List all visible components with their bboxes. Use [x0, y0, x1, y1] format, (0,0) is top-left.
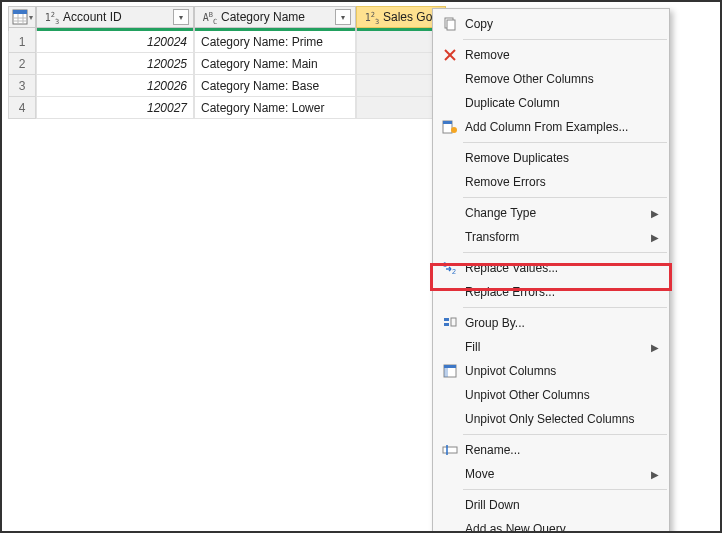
svg-rect-21 [443, 447, 457, 453]
column-header-account-id[interactable]: 123 Account ID ▾ [36, 6, 194, 28]
menu-label: Remove [461, 48, 659, 62]
menu-label: Unpivot Columns [461, 364, 659, 378]
menu-remove-other-columns[interactable]: Remove Other Columns [433, 67, 669, 91]
menu-label: Unpivot Other Columns [461, 388, 659, 402]
svg-rect-16 [444, 323, 449, 326]
svg-point-12 [451, 127, 457, 133]
column-label: Account ID [63, 10, 173, 24]
menu-separator [463, 142, 667, 143]
menu-label: Copy [461, 17, 659, 31]
menu-label: Move [461, 467, 651, 481]
menu-separator [463, 434, 667, 435]
menu-replace-values[interactable]: 12 Replace Values... [433, 256, 669, 280]
menu-label: Drill Down [461, 498, 659, 512]
menu-label: Rename... [461, 443, 659, 457]
menu-label: Add Column From Examples... [461, 120, 659, 134]
menu-remove-errors[interactable]: Remove Errors [433, 170, 669, 194]
column-context-menu: Copy Remove Remove Other Columns Duplica… [432, 8, 670, 533]
menu-label: Remove Errors [461, 175, 659, 189]
add-column-examples-icon [439, 119, 461, 135]
menu-label: Remove Other Columns [461, 72, 659, 86]
svg-rect-1 [13, 10, 27, 14]
svg-rect-15 [444, 318, 449, 321]
cell-account-id[interactable]: 120026 [36, 75, 194, 97]
cell-category-name[interactable]: Category Name: Lower [194, 97, 356, 119]
menu-transform[interactable]: Transform ▶ [433, 225, 669, 249]
menu-separator [463, 39, 667, 40]
cell-account-id[interactable]: 120025 [36, 53, 194, 75]
submenu-arrow-icon: ▶ [651, 232, 659, 243]
menu-label: Unpivot Only Selected Columns [461, 412, 659, 426]
menu-rename[interactable]: Rename... [433, 438, 669, 462]
submenu-arrow-icon: ▶ [651, 342, 659, 353]
row-number[interactable]: 3 [8, 75, 36, 97]
cell-category-name[interactable]: Category Name: Prime [194, 31, 356, 53]
cell-account-id[interactable]: 120027 [36, 97, 194, 119]
menu-label: Change Type [461, 206, 651, 220]
menu-unpivot-columns[interactable]: Unpivot Columns [433, 359, 669, 383]
menu-label: Fill [461, 340, 651, 354]
replace-values-icon: 12 [439, 260, 461, 276]
menu-fill[interactable]: Fill ▶ [433, 335, 669, 359]
menu-label: Transform [461, 230, 651, 244]
copy-icon [439, 16, 461, 32]
submenu-arrow-icon: ▶ [651, 469, 659, 480]
menu-replace-errors[interactable]: Replace Errors... [433, 280, 669, 304]
menu-change-type[interactable]: Change Type ▶ [433, 201, 669, 225]
menu-label: Replace Errors... [461, 285, 659, 299]
row-number[interactable]: 2 [8, 53, 36, 75]
corner-cell[interactable]: ▾ [8, 6, 36, 28]
menu-duplicate-column[interactable]: Duplicate Column [433, 91, 669, 115]
int-type-icon: 123 [41, 12, 63, 23]
menu-remove-duplicates[interactable]: Remove Duplicates [433, 146, 669, 170]
menu-add-as-new-query[interactable]: Add as New Query [433, 517, 669, 533]
menu-label: Add as New Query [461, 522, 659, 533]
svg-text:2: 2 [452, 268, 456, 275]
menu-separator [463, 197, 667, 198]
cell-category-name[interactable]: Category Name: Main [194, 53, 356, 75]
svg-rect-17 [451, 318, 456, 326]
menu-separator [463, 307, 667, 308]
menu-unpivot-only-selected-columns[interactable]: Unpivot Only Selected Columns [433, 407, 669, 431]
rename-icon [439, 442, 461, 458]
column-header-category-name[interactable]: ABC Category Name ▾ [194, 6, 356, 28]
unpivot-icon [439, 363, 461, 379]
table-icon [12, 9, 28, 25]
row-number[interactable]: 1 [8, 31, 36, 53]
menu-drill-down[interactable]: Drill Down [433, 493, 669, 517]
group-by-icon [439, 315, 461, 331]
int-type-icon: 123 [361, 12, 383, 23]
menu-unpivot-other-columns[interactable]: Unpivot Other Columns [433, 383, 669, 407]
svg-rect-11 [443, 121, 452, 124]
menu-add-column-from-examples[interactable]: Add Column From Examples... [433, 115, 669, 139]
menu-label: Duplicate Column [461, 96, 659, 110]
menu-label: Replace Values... [461, 261, 659, 275]
svg-text:1: 1 [443, 261, 447, 268]
remove-icon [439, 47, 461, 63]
submenu-arrow-icon: ▶ [651, 208, 659, 219]
filter-dropdown-button[interactable]: ▾ [173, 9, 189, 25]
menu-move[interactable]: Move ▶ [433, 462, 669, 486]
menu-separator [463, 489, 667, 490]
menu-label: Remove Duplicates [461, 151, 659, 165]
menu-label: Group By... [461, 316, 659, 330]
menu-group-by[interactable]: Group By... [433, 311, 669, 335]
svg-rect-7 [447, 20, 455, 30]
menu-separator [463, 252, 667, 253]
text-type-icon: ABC [199, 12, 221, 23]
cell-category-name[interactable]: Category Name: Base [194, 75, 356, 97]
menu-copy[interactable]: Copy [433, 12, 669, 36]
cell-account-id[interactable]: 120024 [36, 31, 194, 53]
menu-remove[interactable]: Remove [433, 43, 669, 67]
row-number[interactable]: 4 [8, 97, 36, 119]
svg-rect-20 [444, 365, 448, 377]
filter-dropdown-button[interactable]: ▾ [335, 9, 351, 25]
column-label: Category Name [221, 10, 335, 24]
